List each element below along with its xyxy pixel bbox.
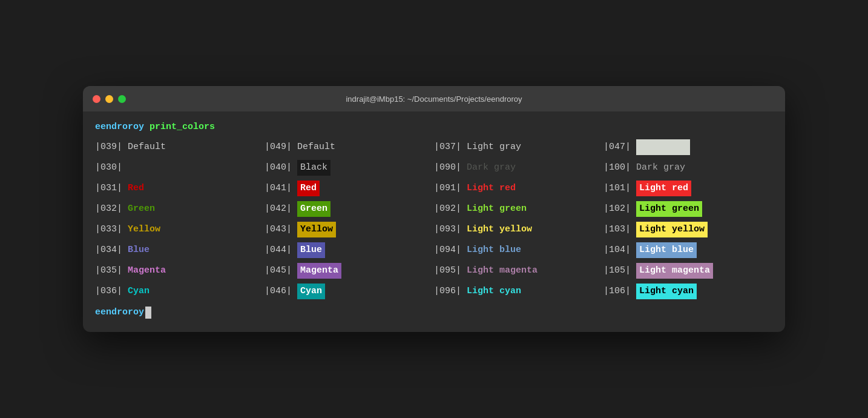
row-105: |105| Light magenta — [603, 260, 773, 281]
window-title: indrajit@iMbp15: ~/Documents/Projects/ee… — [346, 95, 522, 104]
row-030: |030| — [95, 158, 265, 178]
row-033: |033| Yellow — [95, 219, 265, 240]
row-100: |100| Dark gray — [603, 158, 773, 178]
row-104: |104| Light blue — [603, 240, 773, 260]
row-090: |090| Dark gray — [434, 158, 603, 178]
row-036: |036| Cyan — [95, 281, 265, 302]
row-032: |032| Green — [95, 199, 265, 219]
row-046: |046| Cyan — [265, 281, 434, 302]
row-103: |103| Light yellow — [603, 219, 773, 240]
row-094: |094| Light blue — [434, 240, 603, 260]
row-095: |095| Light magenta — [434, 260, 603, 281]
column-4: |047| |100| Dark gray |101| Light red |1… — [603, 137, 773, 302]
row-091: |091| Light red — [434, 178, 603, 199]
terminal-window: indrajit@iMbp15: ~/Documents/Projects/ee… — [83, 86, 785, 332]
minimize-button[interactable] — [105, 95, 113, 103]
row-040: |040| Black — [265, 158, 434, 178]
row-037: |037| Light gray — [434, 137, 603, 158]
color-table: |039| Default |030| |031| Red |032| Gree… — [95, 137, 773, 302]
column-2: |049| Default |040| Black |041| Red |042… — [265, 137, 434, 302]
row-042: |042| Green — [265, 199, 434, 219]
traffic-lights — [93, 95, 126, 103]
close-button[interactable] — [93, 95, 100, 103]
bottom-prompt: eendroroy — [95, 305, 773, 320]
row-106: |106| Light cyan — [603, 281, 773, 302]
row-031: |031| Red — [95, 178, 265, 199]
row-039: |039| Default — [95, 137, 265, 158]
prompt-name: eendroroy — [95, 122, 144, 132]
row-096: |096| Light cyan — [434, 281, 603, 302]
bottom-prompt-name: eendroroy — [95, 305, 144, 320]
row-043: |043| Yellow — [265, 219, 434, 240]
row-049: |049| Default — [265, 137, 434, 158]
column-1: |039| Default |030| |031| Red |032| Gree… — [95, 137, 265, 302]
row-045: |045| Magenta — [265, 260, 434, 281]
terminal-content[interactable]: eendroroy print_colors |039| Default |03… — [83, 111, 785, 332]
row-047: |047| — [603, 137, 773, 158]
row-041: |041| Red — [265, 178, 434, 199]
command-name: print_colors — [150, 122, 215, 132]
cursor — [145, 307, 151, 319]
titlebar: indrajit@iMbp15: ~/Documents/Projects/ee… — [83, 86, 785, 111]
column-3: |037| Light gray |090| Dark gray |091| L… — [434, 137, 603, 302]
row-092: |092| Light green — [434, 199, 603, 219]
command-line: eendroroy print_colors — [95, 120, 773, 134]
row-102: |102| Light green — [603, 199, 773, 219]
row-035: |035| Magenta — [95, 260, 265, 281]
row-044: |044| Blue — [265, 240, 434, 260]
row-093: |093| Light yellow — [434, 219, 603, 240]
row-101: |101| Light red — [603, 178, 773, 199]
row-034: |034| Blue — [95, 240, 265, 260]
maximize-button[interactable] — [118, 95, 126, 103]
